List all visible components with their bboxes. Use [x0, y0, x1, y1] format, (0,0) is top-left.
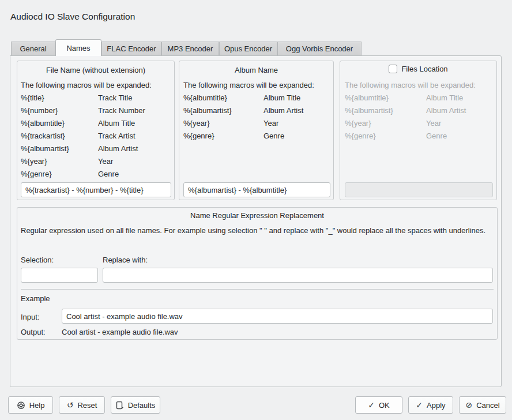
help-icon — [17, 401, 25, 410]
macro-desc: Album Title — [98, 119, 135, 127]
macro-token: %{year} — [21, 157, 98, 166]
macro-row: %{albumartist}Album Artist — [345, 106, 494, 115]
macro-token: %{genre} — [345, 132, 426, 140]
tab-general[interactable]: General — [11, 42, 55, 55]
macro-desc: Year — [263, 119, 278, 127]
macro-desc: Album Artist — [426, 106, 466, 115]
macro-row: %{albumartist}Album Artist — [21, 144, 172, 153]
example-input-field[interactable] — [62, 309, 493, 324]
macro-row: %{title}Track Title — [21, 93, 172, 102]
album-name-group: Album Name The following macros will be … — [179, 61, 334, 200]
regex-group-title: Name Regular Expression Replacement — [17, 211, 497, 220]
cancel-icon: ⊘ — [465, 401, 472, 409]
replace-with-label: Replace with: — [103, 256, 148, 264]
macro-token: %{trackartist} — [21, 132, 98, 140]
macro-desc: Album Title — [263, 93, 300, 102]
defaults-button-label: Defaults — [128, 401, 156, 410]
files-location-label: Files Location — [401, 65, 447, 73]
album-name-pattern-input[interactable] — [183, 182, 330, 197]
macro-desc: Track Title — [98, 93, 132, 102]
macro-row: %{genre}Genre — [21, 170, 172, 178]
reset-button-label: Reset — [77, 401, 97, 410]
cancel-button-label: Cancel — [476, 401, 499, 410]
file-name-group-title: File Name (without extension) — [17, 66, 174, 74]
macro-token: %{albumartist} — [183, 106, 263, 115]
cancel-button[interactable]: ⊘ Cancel — [459, 396, 506, 414]
macro-token: %{albumartist} — [21, 144, 98, 153]
macros-hint: The following macros will be expanded: — [345, 81, 476, 89]
selection-input[interactable] — [21, 268, 98, 283]
defaults-icon — [116, 401, 124, 410]
tab-flac-encoder[interactable]: FLAC Encoder — [101, 42, 161, 55]
macro-token: %{year} — [345, 119, 426, 127]
replace-with-input[interactable] — [103, 268, 493, 283]
audiocd-config-dialog: Audiocd IO Slave Configuration General N… — [0, 0, 512, 420]
macro-desc: Year — [98, 157, 113, 166]
macro-desc: Album Artist — [98, 144, 138, 153]
macro-row: %{year}Year — [345, 119, 494, 127]
macro-desc: Album Artist — [263, 106, 303, 115]
reset-button[interactable]: ↺ Reset — [59, 396, 105, 414]
macro-token: %{year} — [183, 119, 263, 127]
files-location-group: Files Location The following macros will… — [340, 61, 497, 200]
album-name-group-title: Album Name — [179, 66, 333, 74]
separator-line — [21, 289, 494, 290]
macro-row: %{albumtitle}Album Title — [183, 93, 331, 102]
apply-button-label: Apply — [427, 401, 446, 410]
macro-row: %{albumartist}Album Artist — [183, 106, 331, 115]
macro-desc: Track Number — [98, 106, 145, 115]
example-label: Example — [21, 294, 50, 303]
tab-ogg-vorbis-encoder[interactable]: Ogg Vorbis Encoder — [277, 42, 362, 55]
tab-names[interactable]: Names — [55, 39, 101, 56]
reset-icon: ↺ — [67, 401, 74, 409]
macro-desc: Genre — [426, 132, 447, 140]
macro-row: %{number}Track Number — [21, 106, 172, 115]
example-input-label: Input: — [21, 313, 40, 321]
apply-button[interactable]: ✓ Apply — [408, 396, 453, 414]
macro-row: %{albumtitle}Album Title — [345, 93, 494, 102]
help-button[interactable]: Help — [8, 396, 53, 414]
macro-row: %{year}Year — [183, 119, 331, 127]
regex-replacement-group: Name Regular Expression Replacement Regu… — [17, 207, 498, 340]
defaults-button[interactable]: Defaults — [111, 396, 160, 414]
macro-token: %{albumtitle} — [183, 93, 263, 102]
files-location-pattern-input — [345, 182, 493, 197]
macro-token: %{albumtitle} — [345, 93, 426, 102]
macros-hint: The following macros will be expanded: — [21, 81, 152, 89]
selection-label: Selection: — [21, 256, 54, 264]
files-location-checkbox[interactable] — [389, 65, 397, 73]
macro-token: %{genre} — [21, 170, 98, 178]
macro-token: %{genre} — [183, 132, 263, 140]
macro-token: %{number} — [21, 106, 98, 115]
names-tab-pane: File Name (without extension) The follow… — [10, 55, 502, 387]
tab-opus-encoder[interactable]: Opus Encoder — [219, 42, 277, 55]
files-location-title-row: Files Location — [340, 65, 496, 73]
macro-token: %{albumartist} — [345, 106, 426, 115]
macros-hint: The following macros will be expanded: — [183, 81, 314, 89]
file-name-group: File Name (without extension) The follow… — [17, 61, 175, 200]
macro-row: %{year}Year — [21, 157, 172, 166]
macro-desc: Track Artist — [98, 132, 135, 140]
ok-button[interactable]: ✓ OK — [355, 396, 402, 414]
macro-row: %{genre}Genre — [183, 132, 331, 140]
example-output-value: Cool artist - example audio file.wav — [62, 328, 178, 336]
tab-mp3-encoder[interactable]: MP3 Encoder — [161, 42, 219, 55]
macro-desc: Album Title — [426, 93, 463, 102]
macro-desc: Genre — [98, 170, 119, 178]
macro-row: %{genre}Genre — [345, 132, 494, 140]
check-icon: ✓ — [416, 401, 423, 409]
macro-row: %{albumtitle}Album Title — [21, 119, 172, 127]
macro-row: %{trackartist}Track Artist — [21, 132, 172, 140]
macro-desc: Genre — [263, 132, 284, 140]
file-name-pattern-input[interactable] — [21, 182, 171, 197]
macro-token: %{albumtitle} — [21, 119, 98, 127]
regex-description: Regular expression used on all file name… — [21, 225, 495, 236]
help-button-label: Help — [29, 401, 45, 410]
macro-desc: Year — [426, 119, 441, 127]
window-title: Audiocd IO Slave Configuration — [10, 12, 135, 22]
check-icon: ✓ — [368, 401, 375, 409]
macro-token: %{title} — [21, 93, 98, 102]
ok-button-label: OK — [379, 401, 390, 410]
example-output-label: Output: — [21, 328, 46, 336]
